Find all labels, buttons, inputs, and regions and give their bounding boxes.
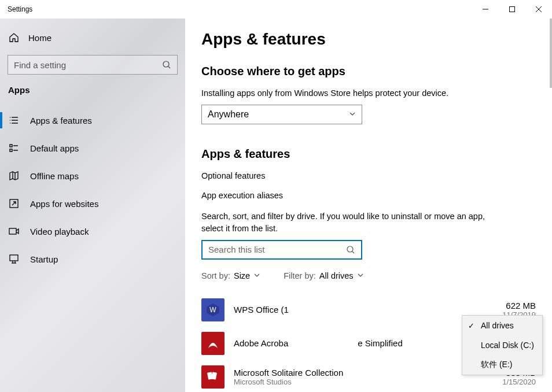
dropdown-value: Anywhere — [208, 109, 249, 120]
app-aliases-link[interactable]: App execution aliases — [201, 191, 536, 200]
filter-option-label: 软件 (E:) — [481, 360, 512, 370]
open-icon — [8, 198, 20, 209]
close-button[interactable] — [525, 0, 552, 19]
sort-by-dropdown[interactable]: Sort by: Size — [201, 271, 260, 280]
svg-text:W: W — [209, 306, 216, 314]
filter-option-all-drives[interactable]: All drives — [462, 316, 542, 335]
sidebar-item-startup[interactable]: Startup — [0, 245, 185, 273]
sidebar-search-input[interactable] — [8, 60, 156, 70]
filter-option-local-disk-c[interactable]: Local Disk (C:) — [462, 335, 542, 355]
minimize-button[interactable] — [472, 0, 499, 19]
list-icon — [8, 114, 20, 126]
sidebar-item-label: Video playback — [30, 227, 89, 236]
page-title: Apps & features — [201, 30, 536, 49]
chevron-down-icon — [357, 271, 364, 280]
sidebar-item-label: Offline maps — [30, 171, 79, 181]
filter-by-dropdown[interactable]: Filter by: All drives — [284, 271, 363, 280]
app-publisher: Microsoft Studios — [234, 378, 502, 386]
svg-rect-20 — [10, 255, 18, 261]
svg-rect-12 — [10, 145, 12, 147]
sidebar-section-label: Apps — [0, 85, 185, 95]
filter-option-label: All drives — [481, 321, 514, 330]
app-icon: W — [201, 298, 225, 321]
app-icon — [201, 365, 225, 389]
sort-label: Sort by: — [201, 271, 230, 280]
svg-point-4 — [163, 61, 169, 67]
maximize-button[interactable] — [499, 0, 525, 19]
home-label: Home — [28, 33, 51, 43]
search-icon — [156, 60, 177, 69]
sidebar-nav: Apps & features Default apps Offline map… — [0, 106, 185, 273]
svg-rect-19 — [9, 228, 16, 234]
filter-dropdown-menu: All drives Local Disk (C:) 软件 (E:) — [462, 315, 543, 375]
window-controls — [472, 0, 552, 19]
choose-heading: Choose where to get apps — [201, 65, 536, 78]
titlebar: Settings — [0, 0, 552, 19]
apps-features-heading: Apps & features — [201, 147, 536, 161]
svg-rect-14 — [10, 149, 12, 151]
scrollbar[interactable] — [550, 19, 552, 88]
home-button[interactable]: Home — [0, 26, 185, 49]
sidebar: Home Apps Apps & features Default apps — [0, 19, 185, 392]
window-title: Settings — [8, 5, 32, 13]
install-source-dropdown[interactable]: Anywhere — [201, 105, 362, 124]
filter-option-label: Local Disk (C:) — [481, 341, 534, 350]
app-name: WPS Office (1 — [234, 305, 502, 315]
filter-option-drive-e[interactable]: 软件 (E:) — [462, 355, 542, 375]
app-date: 1/15/2020 — [502, 378, 536, 386]
filter-label: Filter by: — [284, 271, 316, 280]
optional-features-link[interactable]: Optional features — [201, 171, 536, 180]
filter-value: All drives — [319, 271, 354, 280]
home-icon — [8, 32, 20, 43]
app-list-search-input[interactable] — [203, 245, 340, 254]
sidebar-item-video-playback[interactable]: Video playback — [0, 217, 185, 245]
sidebar-item-label: Startup — [30, 254, 58, 264]
sidebar-item-apps-websites[interactable]: Apps for websites — [0, 190, 185, 217]
app-icon — [201, 332, 225, 355]
app-list-search[interactable] — [201, 240, 362, 260]
sidebar-item-offline-maps[interactable]: Offline maps — [0, 162, 185, 190]
choose-description: Installing apps only from Windows Store … — [201, 87, 491, 99]
search-icon — [340, 245, 361, 254]
content-area: Apps & features Choose where to get apps… — [185, 19, 552, 392]
startup-icon — [8, 253, 20, 265]
sidebar-item-default-apps[interactable]: Default apps — [0, 134, 185, 162]
chevron-down-icon — [349, 110, 356, 119]
svg-line-25 — [352, 252, 354, 253]
video-icon — [8, 225, 20, 237]
svg-rect-1 — [510, 7, 515, 12]
sidebar-item-label: Apps & features — [30, 116, 92, 125]
svg-line-5 — [168, 66, 170, 68]
svg-point-24 — [347, 246, 353, 252]
app-size: 622 MB — [502, 301, 536, 310]
map-icon — [8, 170, 20, 182]
apps-features-description: Search, sort, and filter by drive. If yo… — [201, 210, 491, 234]
svg-rect-29 — [211, 372, 217, 379]
sort-value: Size — [234, 271, 250, 280]
sidebar-item-label: Apps for websites — [30, 199, 98, 209]
sidebar-item-label: Default apps — [30, 143, 79, 153]
chevron-down-icon — [253, 271, 260, 280]
sidebar-item-apps-features[interactable]: Apps & features — [0, 106, 185, 134]
sidebar-search[interactable] — [8, 55, 178, 75]
defaults-icon — [8, 142, 20, 154]
